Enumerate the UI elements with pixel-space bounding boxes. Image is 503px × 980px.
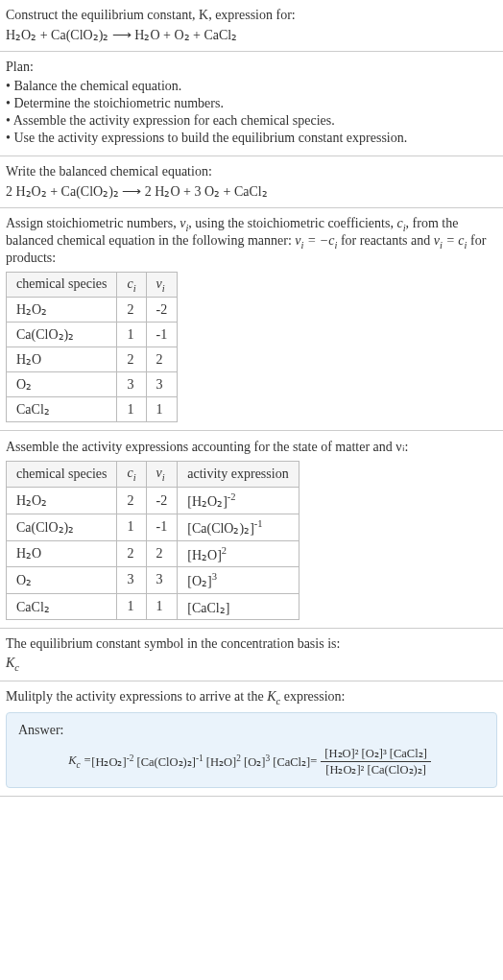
cell: [H₂O₂]-2 <box>178 488 299 514</box>
cell: 1 <box>146 593 178 620</box>
cell: -1 <box>146 514 178 540</box>
cell: H₂O <box>7 540 117 567</box>
table-header-row: chemical species ci νi <box>7 272 178 298</box>
table-row: H₂O₂2-2[H₂O₂]-2 <box>7 488 299 514</box>
prompt-multiply: Mulitply the activity expressions to arr… <box>6 689 497 706</box>
equals: = <box>310 754 317 769</box>
col-activity: activity expression <box>178 462 299 488</box>
cell: O₂ <box>7 567 117 594</box>
table-row: H₂O₂2-2 <box>7 298 178 323</box>
exp: 3 <box>265 753 270 763</box>
nu-symbol: νi <box>180 216 188 230</box>
text: for reactants and <box>337 233 433 248</box>
answer-box: Answer: Kc = [H₂O₂]-2 [Ca(ClO₂)₂]-1 [H₂O… <box>6 712 497 788</box>
cell: [H₂O]2 <box>178 540 299 567</box>
base: [CaCl₂] <box>273 755 310 769</box>
plan-item: • Balance the chemical equation. <box>6 79 497 94</box>
cell: 1 <box>146 397 178 422</box>
cell: 3 <box>146 567 178 594</box>
cell: 2 <box>117 298 146 323</box>
col-ci: ci <box>117 462 146 488</box>
nu-eq-neg-c: νi = −ci <box>295 233 337 248</box>
table-row: Ca(ClO₂)₂1-1 <box>7 323 178 347</box>
section-activity: Assemble the activity expressions accoun… <box>0 431 503 629</box>
c-symbol: ci <box>396 216 405 230</box>
cell: -2 <box>146 488 178 514</box>
cell: [O₂]3 <box>178 567 299 594</box>
prompt-construct: Construct the equilibrium constant, K, e… <box>6 8 497 23</box>
base: [Ca(ClO₂)₂] <box>187 521 254 536</box>
text: , using the stoichiometric coefficients, <box>188 216 396 230</box>
exp: 2 <box>236 753 241 763</box>
prompt-activity: Assemble the activity expressions accoun… <box>6 439 497 455</box>
table-row: O₂33[O₂]3 <box>7 567 299 594</box>
exp: -1 <box>196 753 204 763</box>
equation-balanced: 2 H₂O₂ + Ca(ClO₂)₂ ⟶ 2 H₂O + 3 O₂ + CaCl… <box>6 183 497 200</box>
table-row: H₂O22 <box>7 347 178 372</box>
col-nui: νi <box>146 272 178 298</box>
cell: 3 <box>117 372 146 397</box>
cell: H₂O₂ <box>7 488 117 514</box>
plan-item: • Determine the stoichiometric numbers. <box>6 96 497 111</box>
term: [O₂]3 <box>244 753 270 770</box>
cell: H₂O₂ <box>7 298 117 323</box>
exp: 2 <box>222 545 227 556</box>
cell: Ca(ClO₂)₂ <box>7 514 117 540</box>
equation-unbalanced: H₂O₂ + Ca(ClO₂)₂ ⟶ H₂O + O₂ + CaCl₂ <box>6 27 497 43</box>
col-species: chemical species <box>7 272 117 298</box>
base: [O₂] <box>187 574 211 588</box>
cell: 1 <box>117 323 146 347</box>
base: [CaCl₂] <box>187 600 229 614</box>
cell: 2 <box>117 540 146 567</box>
exp: -2 <box>127 753 134 763</box>
base: [H₂O] <box>187 547 222 562</box>
table-row: CaCl₂11[CaCl₂] <box>7 593 299 620</box>
col-nui: νi <box>146 462 178 488</box>
exp: -2 <box>228 491 236 502</box>
cell: CaCl₂ <box>7 397 117 422</box>
section-multiply: Mulitply the activity expressions to arr… <box>0 681 503 797</box>
cell: 1 <box>117 593 146 620</box>
section-balanced: Write the balanced chemical equation: 2 … <box>0 156 503 208</box>
prompt-text: Construct the equilibrium constant, K, e… <box>6 8 296 22</box>
answer-label: Answer: <box>18 723 485 738</box>
cell: Ca(ClO₂)₂ <box>7 323 117 347</box>
prompt-balanced: Write the balanced chemical equation: <box>6 164 497 179</box>
plan-list: • Balance the chemical equation. • Deter… <box>6 79 497 146</box>
plan-title: Plan: <box>6 60 497 75</box>
term: [CaCl₂] <box>273 754 310 770</box>
nu-eq-c: νi = ci <box>434 233 467 248</box>
cell: 1 <box>117 514 146 540</box>
base: [Ca(ClO₂)₂] <box>137 755 196 769</box>
cell: CaCl₂ <box>7 593 117 620</box>
prompt-symbol: The equilibrium constant symbol in the c… <box>6 636 497 652</box>
cell: O₂ <box>7 372 117 397</box>
numerator: [H₂O]² [O₂]³ [CaCl₂] <box>321 746 431 762</box>
term: [H₂O]2 <box>206 753 241 770</box>
stoich-table: chemical species ci νi H₂O₂2-2 Ca(ClO₂)₂… <box>6 272 178 423</box>
section-symbol: The equilibrium constant symbol in the c… <box>0 629 503 681</box>
table-row: Ca(ClO₂)₂1-1[Ca(ClO₂)₂]-1 <box>7 514 299 540</box>
cell: [CaCl₂] <box>178 593 299 620</box>
table-row: H₂O22[H₂O]2 <box>7 540 299 567</box>
section-plan: Plan: • Balance the chemical equation. •… <box>0 52 503 156</box>
text: Assign stoichiometric numbers, <box>6 216 180 230</box>
exp: 3 <box>212 571 217 582</box>
plan-item: • Use the activity expressions to build … <box>6 131 497 146</box>
cell: 2 <box>117 488 146 514</box>
fraction: [H₂O]² [O₂]³ [CaCl₂] [H₂O₂]² [Ca(ClO₂)₂] <box>321 746 431 777</box>
cell: [Ca(ClO₂)₂]-1 <box>178 514 299 540</box>
base: [O₂] <box>244 755 265 769</box>
kc-expression: Kc = [H₂O₂]-2 [Ca(ClO₂)₂]-1 [H₂O]2 [O₂]3… <box>18 746 485 777</box>
section-construct: Construct the equilibrium constant, K, e… <box>0 0 503 52</box>
cell: 3 <box>146 372 178 397</box>
base: [H₂O₂] <box>91 755 126 769</box>
cell: 3 <box>117 567 146 594</box>
base: [H₂O] <box>206 755 236 769</box>
table-row: O₂33 <box>7 372 178 397</box>
plan-item: • Assemble the activity expression for e… <box>6 113 497 129</box>
exp: -1 <box>254 518 263 529</box>
denominator: [H₂O₂]² [Ca(ClO₂)₂] <box>321 762 431 777</box>
cell: -1 <box>146 323 178 347</box>
cell: 1 <box>117 397 146 422</box>
